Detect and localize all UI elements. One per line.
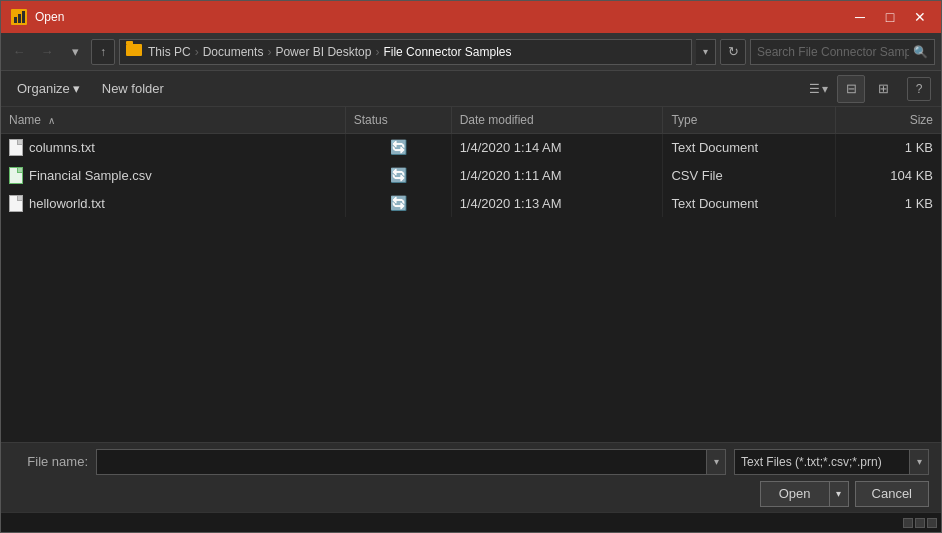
help-button[interactable]: ? [907, 77, 931, 101]
back-button[interactable]: ← [7, 40, 31, 64]
buttons-row: Open ▾ Cancel [13, 481, 929, 507]
breadcrumb-current[interactable]: File Connector Samples [383, 45, 511, 59]
title-bar: Open ─ □ ✕ [1, 1, 941, 33]
bottom-bar: File name: ▾ Text Files (*.txt;*.csv;*.p… [1, 442, 941, 512]
svg-rect-1 [14, 17, 17, 23]
nav-dropdown-button[interactable]: ▾ [63, 40, 87, 64]
open-button-group: Open ▾ [760, 481, 849, 507]
large-icon-view-button[interactable]: ⊞ [869, 75, 897, 103]
toolbar: Organize ▾ New folder ☰ ▾ ⊟ ⊞ ? [1, 71, 941, 107]
sort-arrow: ∧ [48, 115, 55, 126]
breadcrumb-this-pc[interactable]: This PC [148, 45, 191, 59]
search-box[interactable]: 🔍 [750, 39, 935, 65]
open-button[interactable]: Open [760, 481, 829, 507]
cancel-button[interactable]: Cancel [855, 481, 929, 507]
file-name-cell-1: Financial Sample.csv [1, 161, 345, 189]
file-date-0: 1/4/2020 1:14 AM [451, 133, 663, 161]
file-type-0: Text Document [663, 133, 835, 161]
forward-button[interactable]: → [35, 40, 59, 64]
filetype-wrapper: Text Files (*.txt;*.csv;*.prn) ▾ [734, 449, 929, 475]
open-dialog: Open ─ □ ✕ ← → ▾ ↑ This PC › Documents ›… [0, 0, 942, 533]
close-button[interactable]: ✕ [907, 4, 933, 30]
breadcrumb[interactable]: This PC › Documents › Power BI Desktop ›… [119, 39, 692, 65]
filename-dropdown-button[interactable]: ▾ [706, 449, 726, 475]
svg-rect-2 [18, 14, 21, 23]
file-status-2: 🔄 [345, 189, 451, 217]
search-icon: 🔍 [913, 45, 928, 59]
file-list-area: Name ∧ Status Date modified Type Size co… [1, 107, 941, 442]
table-row[interactable]: columns.txt🔄1/4/2020 1:14 AMText Documen… [1, 133, 941, 161]
file-table: Name ∧ Status Date modified Type Size co… [1, 107, 941, 217]
col-header-date[interactable]: Date modified [451, 107, 663, 133]
file-name-cell-0: columns.txt [1, 133, 345, 161]
organize-button[interactable]: Organize ▾ [11, 78, 86, 99]
status-bar [1, 512, 941, 532]
view-dropdown-arrow: ▾ [822, 82, 828, 96]
window-controls: ─ □ ✕ [847, 4, 933, 30]
search-input[interactable] [757, 45, 909, 59]
view-dropdown-button[interactable]: ☰ ▾ [804, 75, 833, 103]
filename-input[interactable] [96, 449, 706, 475]
filetype-display: Text Files (*.txt;*.csv;*.prn) [734, 449, 909, 475]
open-button-arrow[interactable]: ▾ [829, 481, 849, 507]
app-icon [11, 9, 27, 25]
file-status-1: 🔄 [345, 161, 451, 189]
dialog-title: Open [35, 10, 64, 24]
file-status-0: 🔄 [345, 133, 451, 161]
txt-file-icon [9, 139, 23, 156]
status-indicator-1 [903, 518, 913, 528]
breadcrumb-documents[interactable]: Documents [203, 45, 264, 59]
sync-icon: 🔄 [390, 195, 407, 211]
up-button[interactable]: ↑ [91, 39, 115, 65]
address-bar: ← → ▾ ↑ This PC › Documents › Power BI D… [1, 33, 941, 71]
maximize-button[interactable]: □ [877, 4, 903, 30]
status-indicator-2 [915, 518, 925, 528]
file-size-2: 1 KB [835, 189, 941, 217]
txt-file-icon [9, 195, 23, 212]
minimize-button[interactable]: ─ [847, 4, 873, 30]
filename-input-wrapper: ▾ [96, 449, 726, 475]
filename-label: File name: [13, 454, 88, 469]
table-row[interactable]: Financial Sample.csv🔄1/4/2020 1:11 AMCSV… [1, 161, 941, 189]
col-header-type[interactable]: Type [663, 107, 835, 133]
list-view-icon: ☰ [809, 82, 820, 96]
sync-icon: 🔄 [390, 167, 407, 183]
csv-file-icon [9, 167, 23, 184]
file-name-cell-2: helloworld.txt [1, 189, 345, 217]
col-header-size[interactable]: Size [835, 107, 941, 133]
col-header-status[interactable]: Status [345, 107, 451, 133]
sync-icon: 🔄 [390, 139, 407, 155]
status-indicator-3 [927, 518, 937, 528]
address-dropdown-button[interactable]: ▾ [696, 39, 716, 65]
filename-row: File name: ▾ Text Files (*.txt;*.csv;*.p… [13, 449, 929, 475]
file-size-0: 1 KB [835, 133, 941, 161]
folder-icon [126, 44, 146, 59]
file-date-2: 1/4/2020 1:13 AM [451, 189, 663, 217]
table-row[interactable]: helloworld.txt🔄1/4/2020 1:13 AMText Docu… [1, 189, 941, 217]
col-header-name[interactable]: Name ∧ [1, 107, 345, 133]
table-header-row: Name ∧ Status Date modified Type Size [1, 107, 941, 133]
file-date-1: 1/4/2020 1:11 AM [451, 161, 663, 189]
refresh-button[interactable]: ↻ [720, 39, 746, 65]
breadcrumb-powerbi[interactable]: Power BI Desktop [275, 45, 371, 59]
details-view-button[interactable]: ⊟ [837, 75, 865, 103]
new-folder-button[interactable]: New folder [96, 78, 170, 99]
file-size-1: 104 KB [835, 161, 941, 189]
svg-rect-3 [22, 11, 25, 23]
file-type-1: CSV File [663, 161, 835, 189]
file-type-2: Text Document [663, 189, 835, 217]
view-controls: ☰ ▾ ⊟ ⊞ [804, 75, 897, 103]
filetype-dropdown-button[interactable]: ▾ [909, 449, 929, 475]
